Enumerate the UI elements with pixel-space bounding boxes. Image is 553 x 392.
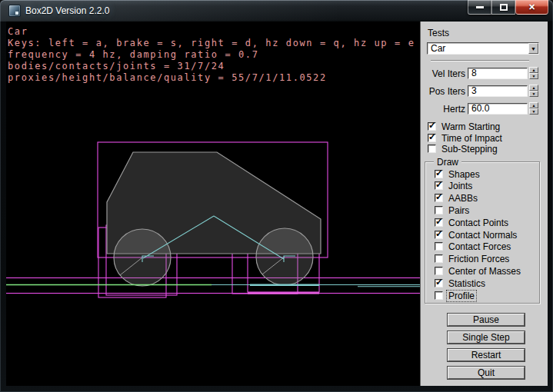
checkbox-label: Sub-Stepping [441, 144, 498, 154]
chevron-down-icon: ▼ [531, 46, 536, 51]
checkbox-label: Shapes [448, 169, 480, 180]
check-icon: ✓ [428, 132, 436, 141]
checkbox-label: Joints [448, 181, 472, 191]
pos-iters-up-button[interactable]: ▲ [529, 85, 538, 91]
tests-dropdown-button[interactable]: ▼ [528, 43, 538, 54]
checkbox-label: Pairs [448, 205, 469, 216]
tests-dropdown[interactable]: Car ▼ [427, 42, 539, 55]
check-icon: ✓ [435, 229, 443, 238]
vel-iters-down-button[interactable]: ▼ [529, 73, 538, 79]
checkbox-label: Center of Masses [448, 266, 521, 277]
checkbox-box: ✓ [428, 134, 436, 142]
checkbox-label: Time of Impact [441, 133, 502, 144]
hertz-spinner: ▲ ▼ [529, 102, 538, 115]
vel-iters-spinner: ▲ ▼ [529, 67, 538, 80]
down-arrow-icon: ▼ [532, 92, 536, 96]
checkbox-label: AABBs [448, 193, 478, 204]
pause-button[interactable]: Pause [448, 314, 525, 326]
checkbox-box: ✓ [435, 194, 443, 202]
separator [431, 60, 529, 61]
stats-line: Car [8, 26, 415, 38]
pos-iters-spinner: ▲ ▼ [529, 85, 538, 98]
up-arrow-icon: ▲ [532, 104, 536, 108]
window-title: Box2D Version 2.2.0 [25, 5, 109, 16]
checkbox-label: Friction Forces [448, 254, 509, 264]
control-panel: Tests Car ▼ Vel Iters 8 ▲ ▼ Pos Iters 3 … [420, 22, 548, 386]
stats-line: frequency = 4 hz, damping ratio = 0.7 [8, 49, 415, 61]
checkbox-label: Statistics [448, 278, 485, 289]
ground-aabb [6, 278, 420, 294]
quit-button[interactable]: Quit [448, 367, 525, 379]
checkbox-box: ✓ [435, 170, 443, 178]
checkbox-box [435, 254, 443, 263]
checkbox-label: Contact Normals [448, 230, 517, 241]
checkbox-box [435, 242, 443, 251]
checkbox-label: Profile [447, 291, 476, 301]
close-button[interactable]: ✕ [515, 0, 548, 15]
check-icon: ✓ [435, 180, 443, 189]
hertz-up-button[interactable]: ▲ [529, 102, 538, 108]
vel-iters-label: Vel Iters [421, 68, 465, 79]
pos-iters-input[interactable]: 3 [468, 85, 528, 97]
maximize-icon [500, 4, 508, 11]
pos-iters-down-button[interactable]: ▼ [529, 91, 538, 97]
box2d-testbed-window: Box2D Version 2.2.0 ✕ [0, 0, 553, 392]
tests-dropdown-value: Car [431, 43, 445, 54]
check-icon: ✓ [435, 168, 443, 178]
titlebar[interactable]: Box2D Version 2.2.0 ✕ [0, 0, 553, 22]
hertz-label: Hertz [421, 104, 465, 115]
checkbox-label: Contact Points [448, 218, 508, 228]
down-arrow-icon: ▼ [532, 110, 536, 114]
minimize-button[interactable] [468, 0, 491, 15]
simulation-viewport[interactable]: CarKeys: left = a, brake = s, right = d,… [6, 22, 420, 386]
hertz-row: Hertz 60.0 ▲ ▼ [421, 103, 548, 115]
app-icon[interactable] [8, 5, 21, 17]
vel-iters-up-button[interactable]: ▲ [529, 67, 538, 73]
minimize-icon [476, 6, 484, 8]
stats-line: proxies/height/balance/quality = 55/7/1/… [8, 72, 415, 84]
close-icon: ✕ [528, 3, 535, 12]
down-arrow-icon: ▼ [532, 75, 536, 78]
debug-stats-text: CarKeys: left = a, brake = s, right = d,… [8, 26, 415, 84]
checkbox-label: Contact Forces [448, 241, 511, 252]
tests-label: Tests [428, 28, 449, 38]
single-step-button[interactable]: Single Step [448, 331, 525, 344]
check-icon: ✓ [435, 277, 443, 287]
checkbox-box [428, 145, 436, 153]
checkbox-box [435, 291, 443, 300]
check-icon: ✓ [435, 217, 443, 226]
hertz-input[interactable]: 60.0 [468, 103, 528, 115]
vel-iters-input[interactable]: 8 [468, 68, 528, 79]
up-arrow-icon: ▲ [532, 86, 536, 90]
stats-line: Keys: left = a, brake = s, right = d, hz… [8, 38, 415, 49]
checkbox-box: ✓ [428, 122, 436, 131]
check-icon: ✓ [435, 192, 443, 201]
check-icon: ✓ [428, 121, 436, 130]
checkbox-label: Warm Starting [441, 121, 500, 132]
checkbox-box: ✓ [435, 218, 443, 227]
restart-button[interactable]: Restart [448, 349, 525, 361]
vel-iters-row: Vel Iters 8 ▲ ▼ [421, 68, 548, 80]
maximize-button[interactable] [491, 0, 515, 15]
draw-group-title: Draw [434, 157, 461, 168]
stats-line: bodies/contacts/joints = 31/7/24 [8, 61, 415, 72]
pos-iters-label: Pos Iters [421, 86, 465, 97]
checkbox-box: ✓ [435, 279, 443, 287]
hertz-down-button[interactable]: ▼ [529, 108, 538, 115]
checkbox-box: ✓ [435, 181, 443, 190]
checkbox-box [435, 267, 443, 275]
checkbox-box: ✓ [435, 231, 443, 239]
pos-iters-row: Pos Iters 3 ▲ ▼ [421, 85, 548, 98]
checkbox-box [435, 206, 443, 214]
up-arrow-icon: ▲ [532, 68, 536, 72]
